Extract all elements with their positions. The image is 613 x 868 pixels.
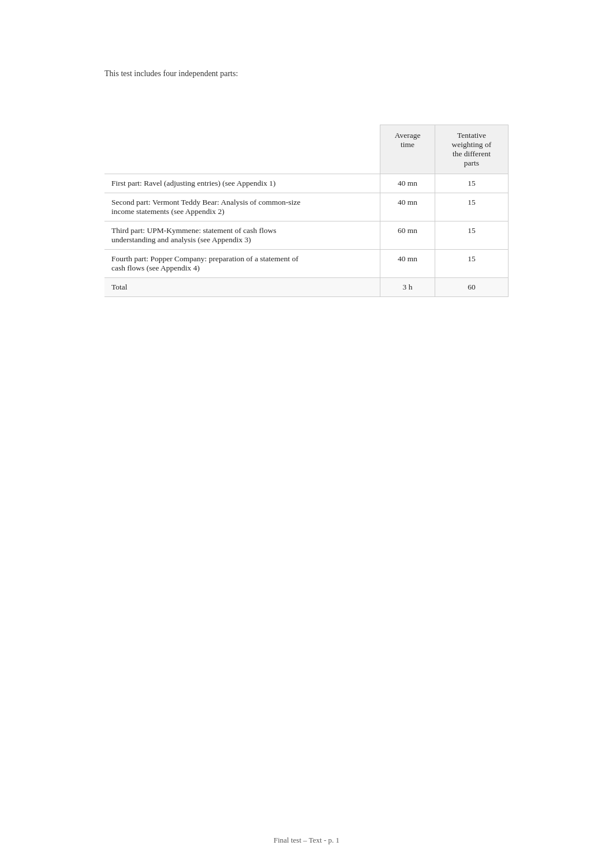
table-row: Second part: Vermont Teddy Bear: Analysi… [104, 193, 509, 221]
table-row: Third part: UPM-Kymmene: statement of ca… [104, 221, 509, 250]
row-time: 40 mn [380, 193, 435, 221]
row-description: Total [104, 278, 380, 297]
row-time: 40 mn [380, 174, 435, 193]
parts-table: Averagetime Tentativeweighting ofthe dif… [104, 125, 509, 297]
row-weighting: 15 [435, 250, 508, 278]
row-weighting: 15 [435, 221, 508, 250]
parts-table-wrapper: Averagetime Tentativeweighting ofthe dif… [104, 125, 509, 297]
row-time: 3 h [380, 278, 435, 297]
page-footer: Final test – Text - p. 1 [0, 836, 613, 845]
table-row: Total3 h60 [104, 278, 509, 297]
row-time: 60 mn [380, 221, 435, 250]
row-time: 40 mn [380, 250, 435, 278]
row-weighting: 60 [435, 278, 508, 297]
table-row: Fourth part: Popper Company: preparation… [104, 250, 509, 278]
col-header-weighting: Tentativeweighting ofthe differentparts [435, 125, 508, 174]
row-description: Third part: UPM-Kymmene: statement of ca… [104, 221, 380, 250]
row-weighting: 15 [435, 193, 508, 221]
col-header-description [104, 125, 380, 174]
table-row: First part: Ravel (adjusting entries) (s… [104, 174, 509, 193]
row-description: First part: Ravel (adjusting entries) (s… [104, 174, 380, 193]
col-header-time: Averagetime [380, 125, 435, 174]
intro-paragraph: This test includes four independent part… [104, 69, 509, 78]
row-description: Fourth part: Popper Company: preparation… [104, 250, 380, 278]
row-description: Second part: Vermont Teddy Bear: Analysi… [104, 193, 380, 221]
row-weighting: 15 [435, 174, 508, 193]
